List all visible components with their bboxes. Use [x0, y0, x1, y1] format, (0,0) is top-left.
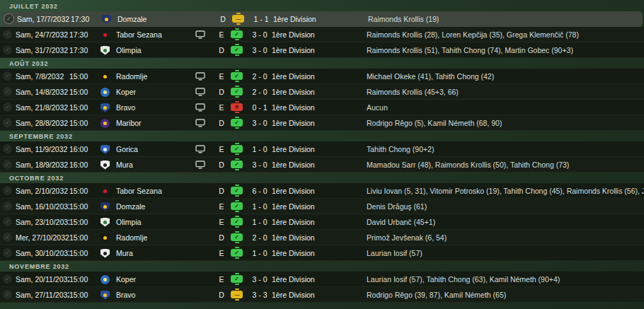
- result-draw-icon: —: [231, 291, 243, 298]
- month-header: AOÛT 2032: [0, 58, 644, 69]
- result-cell: ✓: [231, 218, 248, 226]
- match-score[interactable]: 3 - 3: [248, 291, 272, 299]
- opponent-name[interactable]: Domzale: [117, 15, 197, 23]
- opponent-name[interactable]: Radomlje: [116, 72, 195, 81]
- team-badge: [100, 274, 116, 284]
- match-score[interactable]: 2 - 0: [248, 233, 272, 242]
- fixture-row[interactable]: ✓Sam, 30/10/203215:00MuraE✓1 - 01ère Div…: [0, 245, 644, 261]
- fixture-date: Sam, 7/8/2032: [16, 72, 69, 81]
- month-header-label: JUILLET 2032: [9, 3, 58, 10]
- competition-name[interactable]: 1ère Division: [272, 103, 367, 112]
- opponent-name[interactable]: Olimpia: [116, 46, 195, 54]
- competition-name[interactable]: 1ère Division: [272, 275, 367, 284]
- competition-name[interactable]: 1ère Division: [272, 88, 367, 96]
- competition-name[interactable]: 1ère Division: [272, 30, 367, 39]
- competition-name[interactable]: 1ère Division: [272, 218, 367, 226]
- result-cell: ✓: [231, 88, 248, 95]
- team-badge-icon: [100, 249, 110, 258]
- team-badge: [100, 160, 116, 170]
- fixture-row[interactable]: ✓Sam, 17/7/203217:30DomzaleD—1 - 11ère D…: [1, 11, 643, 27]
- match-score[interactable]: 3 - 0: [248, 161, 272, 169]
- opponent-name[interactable]: Radomlje: [116, 233, 195, 242]
- fixture-row[interactable]: ✓Sam, 14/8/203215:00KoperD✓2 - 01ère Div…: [0, 84, 644, 100]
- competition-name[interactable]: 1ère Division: [272, 161, 367, 169]
- fixture-row[interactable]: ✓Sam, 7/8/203215:00RadomljeE✓2 - 01ère D…: [0, 69, 644, 84]
- competition-name[interactable]: 1ère Division: [272, 46, 367, 54]
- opponent-name[interactable]: Bravo: [116, 291, 195, 299]
- fixture-row[interactable]: ✓Sam, 27/11/203215:00BravoD—3 - 31ère Di…: [0, 287, 644, 303]
- fixture-row[interactable]: ✓Sam, 16/10/203215:00DomzaleE✓1 - 01ère …: [0, 199, 644, 214]
- match-score[interactable]: 3 - 0: [248, 275, 272, 284]
- competition-name[interactable]: 1ère Division: [272, 202, 367, 211]
- opponent-name[interactable]: Tabor Sezana: [116, 30, 195, 39]
- competition-name[interactable]: 1ère Division: [272, 72, 367, 81]
- competition-name[interactable]: 1ère Division: [272, 187, 367, 195]
- match-score[interactable]: 1 - 1: [249, 15, 273, 23]
- fixture-row[interactable]: ✓Sam, 24/7/203217:30Tabor SezanaE✓3 - 01…: [0, 27, 644, 42]
- venue-indicator: D: [212, 161, 231, 169]
- opponent-name[interactable]: Tabor Sezana: [116, 187, 195, 195]
- goalscorers: Laurian Iosif (57), Tahith Chong (63), K…: [367, 275, 644, 284]
- result-cell: ✓: [231, 233, 248, 241]
- competition-name[interactable]: 1ère Division: [272, 145, 367, 153]
- competition-name[interactable]: 1ère Division: [273, 15, 368, 23]
- fixture-row[interactable]: ✓Sam, 18/9/203216:00MuraD✓3 - 01ère Divi…: [0, 157, 644, 173]
- match-score[interactable]: 2 - 0: [248, 88, 272, 96]
- tv-broadcast-icon: [195, 161, 212, 169]
- goalscorers: Rodrigo Rêgo (39, 87), Kamil Németh (65): [367, 291, 644, 299]
- fixture-row[interactable]: ✓Sam, 2/10/203215:00Tabor SezanaD✓6 - 01…: [0, 183, 644, 199]
- played-check-icon: ✓: [3, 290, 12, 299]
- result-cell: ✓: [231, 30, 248, 38]
- venue-indicator: E: [212, 103, 231, 112]
- fixture-row[interactable]: ✓Sam, 11/9/203216:00GoricaE✓1 - 01ère Di…: [0, 141, 644, 157]
- match-score[interactable]: 1 - 0: [248, 218, 272, 226]
- fixture-row[interactable]: ✓Sam, 28/8/203215:00MariborD✓3 - 01ère D…: [0, 115, 644, 131]
- match-score[interactable]: 3 - 0: [248, 46, 272, 54]
- result-cell: ✓: [231, 187, 248, 194]
- opponent-name[interactable]: Bravo: [116, 103, 195, 112]
- team-badge: [100, 186, 116, 196]
- played-check-icon: ✓: [3, 87, 12, 96]
- competition-name[interactable]: 1ère Division: [272, 291, 367, 299]
- opponent-name[interactable]: Gorica: [116, 145, 195, 153]
- fixture-time: 15:00: [69, 72, 100, 81]
- month-header-label: NOVEMBRE 2032: [9, 263, 69, 270]
- match-score[interactable]: 3 - 0: [248, 30, 272, 39]
- opponent-name[interactable]: Maribor: [116, 119, 195, 127]
- match-score[interactable]: 1 - 0: [248, 202, 272, 211]
- venue-indicator: D: [212, 187, 231, 195]
- tv-broadcast-icon: [195, 88, 212, 96]
- fixture-row[interactable]: ✓Sam, 23/10/203215:00OlimpiaE✓1 - 01ère …: [0, 214, 644, 230]
- fixture-row[interactable]: ✓Sam, 31/7/203217:30OlimpiaD✓3 - 01ère D…: [0, 42, 644, 58]
- competition-name[interactable]: 1ère Division: [272, 249, 367, 257]
- fixture-date: Sam, 11/9/2032: [16, 145, 69, 153]
- venue-indicator: E: [212, 30, 231, 39]
- fixture-time: 15:00: [69, 103, 100, 112]
- opponent-name[interactable]: Koper: [116, 88, 195, 96]
- fixture-row[interactable]: ✓Mer, 27/10/203215:00RadomljeD✓2 - 01ère…: [0, 230, 644, 245]
- opponent-name[interactable]: Mura: [116, 249, 195, 257]
- opponent-name[interactable]: Koper: [116, 275, 195, 284]
- match-score[interactable]: 0 - 1: [248, 103, 272, 112]
- month-header-label: AOÛT 2032: [9, 60, 48, 67]
- match-score[interactable]: 3 - 0: [248, 119, 272, 127]
- match-score[interactable]: 1 - 0: [248, 249, 272, 257]
- fixture-date: Sam, 2/10/2032: [16, 187, 69, 195]
- tv-broadcast-icon: [195, 72, 212, 81]
- opponent-name[interactable]: Mura: [116, 161, 195, 169]
- venue-indicator: E: [212, 145, 231, 153]
- match-score[interactable]: 2 - 0: [248, 72, 272, 81]
- team-badge-icon: [100, 187, 110, 196]
- competition-name[interactable]: 1ère Division: [272, 233, 367, 242]
- team-badge: [100, 45, 116, 55]
- opponent-name[interactable]: Olimpia: [116, 218, 195, 226]
- opponent-name[interactable]: Domzale: [116, 202, 195, 211]
- match-score[interactable]: 6 - 0: [248, 187, 272, 195]
- competition-name[interactable]: 1ère Division: [272, 119, 367, 127]
- match-score[interactable]: 1 - 0: [248, 145, 272, 153]
- result-cell: ✓: [231, 46, 248, 54]
- fixture-date: Sam, 31/7/2032: [16, 46, 69, 54]
- fixture-row[interactable]: ✓Sam, 20/11/203215:00KoperE✓3 - 01ère Di…: [0, 272, 644, 287]
- team-badge-icon: [102, 15, 111, 24]
- fixture-row[interactable]: ✓Sam, 21/8/203215:00BravoE✕0 - 11ère Div…: [0, 100, 644, 115]
